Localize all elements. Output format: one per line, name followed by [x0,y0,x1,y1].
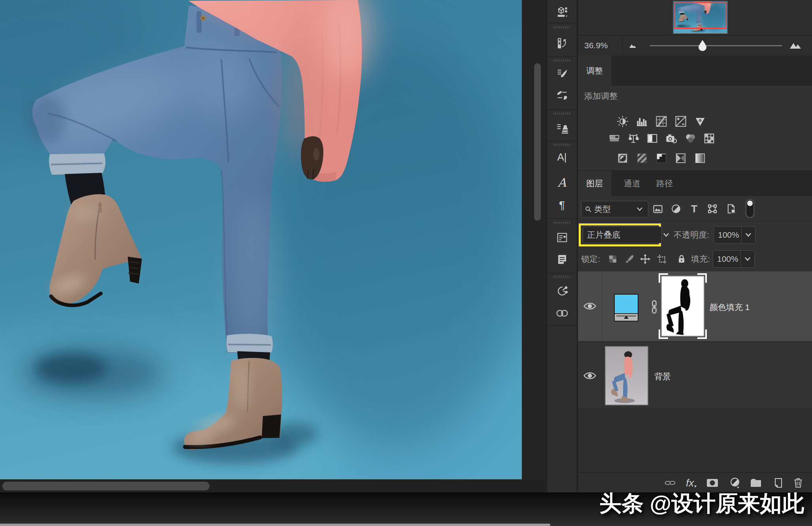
layer-row-color-fill[interactable]: 颜色填充 1 [578,271,812,341]
filter-shape-layers-icon[interactable] [706,202,719,215]
filter-toggle[interactable] [746,199,754,218]
layer-name: 背景 [654,371,671,382]
gradient-map-icon[interactable] [674,151,688,165]
filter-adjustment-layers-icon[interactable] [670,202,682,215]
zoom-value[interactable]: 36.9% [584,41,608,50]
visibility-eye-icon[interactable] [581,369,599,382]
fill-layer-thumbnail[interactable] [614,294,638,322]
tab-layers[interactable]: 图层 [578,171,611,196]
vibrance-icon[interactable] [693,114,707,129]
lock-pixels-icon[interactable] [622,253,635,265]
channel-mixer-icon[interactable] [683,132,697,145]
delete-layer-icon[interactable] [791,476,805,490]
panels-column: 36.9% 调整 添加调整 [578,0,812,492]
invert-icon[interactable] [616,151,630,165]
creative-cloud-icon[interactable] [547,304,577,323]
watermark-handle: @设计原来如此 [650,491,804,516]
brushes-icon[interactable] [547,86,577,105]
history-icon[interactable] [547,33,577,54]
zoom-slider-thumb[interactable] [698,40,707,51]
paragraph-panel-icon[interactable]: ¶ [547,196,577,214]
add-layer-mask-icon[interactable] [705,477,719,489]
posterize-icon[interactable] [635,151,649,165]
zoom-in-icon[interactable] [789,40,803,50]
zoom-slider-track[interactable] [650,45,782,46]
curves-icon[interactable] [654,114,668,129]
color-balance-icon[interactable] [626,132,640,145]
properties-panel-icon[interactable] [547,228,577,247]
fill-chevron-icon[interactable] [740,251,754,267]
lock-artboard-icon[interactable] [655,253,668,265]
tab-adjustments-label: 调整 [586,65,603,76]
tab-channels[interactable]: 通道 [616,171,648,196]
panel-group-grip [553,26,571,28]
dock-edge-bar [0,524,550,526]
search-icon [585,206,592,213]
new-adjustment-layer-icon[interactable] [728,477,742,489]
background-layer-thumbnail[interactable] [605,346,648,405]
layer-style-fx-icon[interactable]: fx▾ [684,476,698,490]
notes-panel-icon[interactable] [547,250,577,269]
opacity-field[interactable]: 100% [714,226,755,244]
layers-empty-area [578,408,812,472]
canvas-vertical-scrollbar[interactable] [534,63,541,221]
layer-name: 颜色填充 1 [710,302,750,313]
zoom-out-icon[interactable] [629,42,639,49]
mask-link-icon[interactable] [649,299,659,315]
canvas-horizontal-scrollbar[interactable] [2,482,210,490]
black-white-icon[interactable] [645,132,659,145]
canvas-region [0,0,547,492]
opacity-chevron-icon[interactable] [741,227,755,243]
panel-group-grip [553,112,571,115]
layer-row-background[interactable]: 背景 [578,342,812,409]
3d-icon[interactable] [547,2,577,21]
color-lookup-icon[interactable] [702,132,716,145]
lock-transparent-icon[interactable] [606,253,619,265]
opacity-label: 不透明度: [674,229,709,240]
glyphs-panel-icon[interactable]: A [547,173,577,191]
photoshop-window: A| A ¶ [0,0,812,526]
tab-paths-label: 路径 [656,178,673,189]
lock-position-icon[interactable] [639,253,651,265]
filter-pixel-layers-icon[interactable] [651,202,664,215]
layer-mask-thumbnail[interactable] [659,273,707,339]
blend-mode-value: 正片叠底 [587,229,620,240]
adjustments-panel: 调整 添加调整 [578,56,812,170]
tab-paths[interactable]: 路径 [648,171,681,196]
new-layer-icon[interactable] [771,476,784,490]
character-panel-icon[interactable]: A| [547,148,577,166]
filter-type-layers-icon[interactable]: T [688,202,701,215]
canvas-photo[interactable] [0,0,522,479]
lock-all-icon[interactable] [675,253,688,265]
share-panel-icon[interactable] [547,281,577,301]
exposure-icon[interactable] [674,114,688,129]
link-layers-icon[interactable] [663,477,677,489]
navigator-proxy-view[interactable] [674,2,727,29]
brush-settings-icon[interactable] [547,64,577,83]
brightness-contrast-icon[interactable] [616,114,630,129]
visibility-eye-icon[interactable] [581,300,599,312]
panel-group-grip [553,59,571,62]
threshold-icon[interactable] [654,151,668,165]
levels-icon[interactable] [635,114,649,129]
panel-group-grip [553,144,571,146]
photo-filter-icon[interactable] [664,132,678,145]
panel-icon-strip: A| A ¶ [547,0,577,492]
navigator-zoom-row: 36.9% [578,35,812,57]
panel-group-grip [553,221,571,224]
watermark: 头条 @设计原来如此 [599,489,804,519]
filter-smart-objects-icon[interactable] [725,202,738,215]
blend-mode-chevron-icon[interactable] [661,232,671,238]
selective-color-icon[interactable] [693,151,707,165]
fill-field[interactable]: 100% [713,250,755,268]
layer-filter-search[interactable]: 类型 [581,201,648,218]
navigator-thumbnail[interactable] [673,1,728,34]
chevron-down-icon [634,206,645,212]
hue-saturation-icon[interactable] [607,132,621,145]
tab-channels-label: 通道 [624,178,640,189]
clone-source-icon[interactable] [547,118,577,138]
new-group-icon[interactable] [749,477,763,489]
layer-filter-row: 类型 T [578,196,812,221]
tab-adjustments[interactable]: 调整 [578,56,611,86]
blend-mode-dropdown[interactable]: 正片叠底 [583,227,662,243]
